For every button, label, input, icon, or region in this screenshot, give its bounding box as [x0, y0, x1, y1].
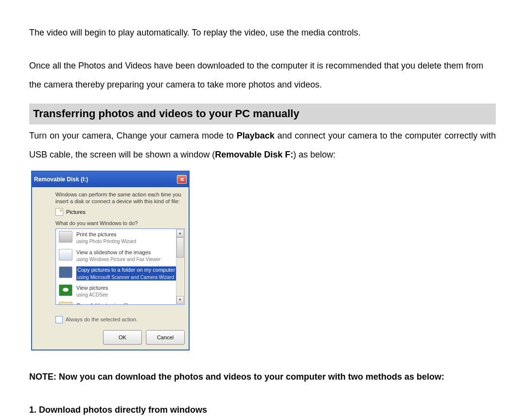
option-sub: using Windows Picture and Fax Viewer: [76, 257, 160, 262]
scrollbar[interactable]: ▴ ▾: [176, 229, 184, 304]
dialog-intro-text: Windows can perform the same action each…: [55, 191, 185, 205]
option-title: Print the pictures: [76, 231, 117, 237]
dialog-filetype-label: Pictures: [66, 209, 86, 215]
section-heading: Transferring photos and videos to your P…: [29, 104, 496, 124]
instr-text: ) as below:: [293, 150, 335, 159]
option-label: Open folder to view files: [76, 302, 181, 304]
close-icon[interactable]: ✕: [177, 175, 187, 184]
eye-icon: [59, 284, 72, 296]
option-sub: using Photo Printing Wizard: [76, 239, 136, 244]
removable-disk-dialog: Removable Disk (I:) ✕ Windows can perfor…: [31, 171, 190, 351]
picture-icon: [55, 208, 63, 216]
option-copy[interactable]: Copy pictures to a folder on my computer…: [56, 264, 184, 282]
instruction-paragraph: Turn on your camera, Change your camera …: [29, 126, 496, 165]
option-title: Copy pictures to a folder on my computer: [77, 267, 175, 273]
instr-bold: Playback: [237, 131, 275, 140]
folder-icon: [59, 302, 72, 304]
option-slideshow[interactable]: View a slideshow of the images using Win…: [56, 247, 184, 265]
dialog-body: Windows can perform the same action each…: [32, 187, 189, 311]
scroll-down-icon[interactable]: ▾: [176, 296, 184, 304]
paragraph: Once all the Photos and Videos have been…: [29, 56, 496, 95]
dialog-button-row: OK Cancel: [32, 328, 189, 350]
dialog-question: What do you want Windows to do?: [55, 220, 185, 227]
dialog-titlebar[interactable]: Removable Disk (I:) ✕: [32, 172, 189, 187]
option-sub: using ACDSee: [76, 292, 108, 298]
note-text: NOTE: Now you can download the photos an…: [29, 370, 496, 384]
printer-icon: [59, 231, 72, 243]
instr-text: Turn on your camera, Change your camera …: [29, 131, 237, 140]
option-title: View a slideshow of the images: [76, 249, 151, 255]
option-label: View pictures using ACDSee: [76, 284, 181, 298]
option-title: View pictures: [76, 285, 108, 291]
option-label: Copy pictures to a folder on my computer…: [76, 266, 181, 280]
checkbox-icon[interactable]: [55, 316, 63, 323]
option-print[interactable]: Print the pictures using Photo Printing …: [56, 229, 184, 247]
option-label: Print the pictures using Photo Printing …: [76, 231, 181, 245]
monitor-icon: [59, 249, 72, 261]
cancel-button[interactable]: Cancel: [146, 330, 185, 345]
always-checkbox-row[interactable]: Always do the selected action.: [32, 311, 189, 328]
dialog-option-list[interactable]: Print the pictures using Photo Printing …: [55, 228, 185, 305]
scroll-up-icon[interactable]: ▴: [176, 229, 184, 237]
ok-button[interactable]: OK: [103, 330, 142, 345]
option-openfolder[interactable]: Open folder to view files: [56, 300, 184, 304]
option-view[interactable]: View pictures using ACDSee: [56, 282, 184, 300]
document-page: The video will begin to play automatical…: [0, 0, 525, 420]
method-heading: 1. Download photos directly from windows: [29, 401, 496, 420]
option-sub: using Microsoft Scanner and Camera Wizar…: [77, 275, 174, 280]
dialog-title: Removable Disk (I:): [34, 173, 88, 186]
checkbox-label: Always do the selected action.: [66, 314, 138, 325]
scroll-thumb[interactable]: [176, 237, 184, 258]
paragraph: The video will begin to play automatical…: [29, 23, 496, 43]
option-title: Open folder to view files: [76, 302, 133, 304]
dialog-filetype-row: Pictures: [55, 208, 185, 216]
instr-bold: Removable Disk F:: [215, 150, 293, 159]
option-label: View a slideshow of the images using Win…: [76, 249, 181, 263]
camera-icon: [59, 266, 72, 278]
